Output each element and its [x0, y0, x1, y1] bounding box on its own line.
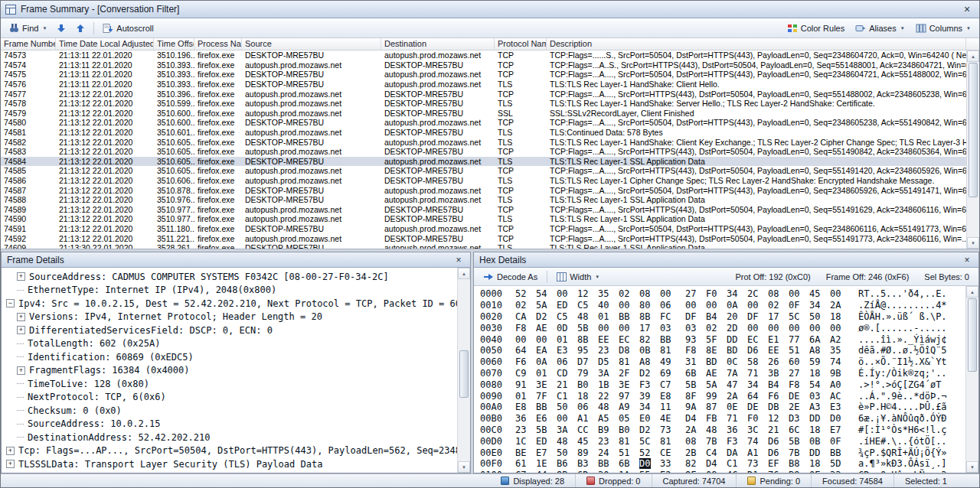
hex-byte[interactable]: 6B — [685, 368, 697, 379]
hex-byte[interactable]: 01 — [536, 368, 547, 379]
hex-byte[interactable]: 97 — [619, 391, 630, 402]
hex-byte[interactable]: 35 — [598, 288, 609, 299]
hex-byte[interactable]: 9B — [830, 368, 841, 379]
hex-byte[interactable]: 64 — [747, 391, 759, 402]
hex-byte[interactable]: 08 — [706, 470, 717, 473]
hex-byte[interactable]: B0 — [619, 425, 630, 435]
hex-byte[interactable]: 6B — [619, 458, 630, 469]
hex-byte[interactable]: 22 — [598, 391, 609, 402]
hex-byte[interactable]: 5D — [830, 458, 841, 469]
hex-byte[interactable]: FC — [660, 311, 671, 322]
scroll-up-icon[interactable]: ▲ — [458, 268, 470, 279]
hex-byte[interactable]: 3C — [747, 425, 759, 435]
hex-byte[interactable]: 99 — [706, 391, 717, 402]
hex-byte[interactable]: 3A — [557, 425, 568, 435]
hex-byte[interactable]: 0E — [809, 470, 821, 473]
hex-byte[interactable]: F8 — [685, 345, 697, 356]
frame-row[interactable]: 7458721:13:12 22.01.20203510.878...firef… — [1, 185, 966, 195]
find-button[interactable]: Find ▼ — [5, 21, 51, 35]
hex-byte[interactable]: 08 — [685, 436, 697, 447]
hex-byte[interactable]: 5A — [706, 379, 717, 390]
hex-byte[interactable]: 06 — [577, 402, 589, 412]
frame-row[interactable]: 7458621:13:12 22.01.20203510.606...firef… — [1, 176, 966, 186]
hex-byte[interactable]: 0D — [557, 323, 568, 333]
hex-byte[interactable]: B3 — [577, 458, 589, 469]
hex-byte[interactable]: A1 — [577, 413, 589, 424]
hex-byte[interactable]: 50 — [557, 402, 568, 412]
frame-row[interactable]: 7457721:13:12 22.01.20203510.396...firef… — [1, 89, 966, 99]
hex-byte[interactable]: DE — [789, 391, 800, 402]
hex-byte[interactable]: 23 — [598, 436, 609, 447]
hex-byte[interactable]: F6 — [768, 391, 779, 402]
collapse-icon[interactable]: − — [6, 299, 15, 307]
column-header-time-date-local-adjusted[interactable]: Time Date Local Adjusted — [56, 38, 154, 50]
hex-byte[interactable]: 74 — [830, 356, 841, 367]
color-rules-button[interactable]: Color Rules — [782, 21, 849, 35]
hex-byte[interactable]: 82 — [685, 458, 697, 469]
hex-byte[interactable]: 00 — [660, 288, 671, 299]
hex-byte[interactable]: EE — [768, 345, 779, 356]
hex-byte[interactable]: 06 — [557, 356, 568, 367]
hex-byte[interactable]: 7A — [727, 368, 738, 379]
hex-byte[interactable]: 3A — [598, 368, 609, 379]
hex-byte[interactable]: C1 — [557, 391, 568, 402]
hex-byte[interactable]: 02 — [768, 300, 779, 311]
hex-byte[interactable]: 0E — [727, 402, 738, 412]
hex-byte[interactable]: 8B — [577, 334, 589, 345]
frame-row[interactable]: 7458121:13:12 22.01.20203510.601...firef… — [1, 128, 966, 138]
hex-byte[interactable]: 61 — [515, 458, 527, 469]
find-previous-button[interactable] — [71, 21, 90, 35]
hex-byte[interactable]: 1B — [598, 379, 609, 390]
hex-byte[interactable]: D6 — [768, 447, 779, 458]
hex-byte[interactable]: 00 — [830, 323, 841, 333]
hex-byte[interactable]: 34 — [727, 288, 738, 299]
hex-byte[interactable]: 48 — [706, 425, 717, 435]
hex-byte[interactable]: DD — [809, 447, 821, 458]
hex-byte[interactable]: 02 — [515, 300, 527, 311]
hex-byte[interactable]: E2 — [660, 470, 671, 473]
hex-byte[interactable]: DF — [685, 311, 697, 322]
expand-icon[interactable]: + — [6, 447, 15, 455]
hex-byte[interactable]: 31 — [685, 356, 697, 367]
column-header-time-offset[interactable]: Time Offset — [154, 38, 194, 50]
hex-byte[interactable]: 49 — [660, 356, 671, 367]
hex-byte[interactable]: 45 — [809, 288, 821, 299]
hex-byte[interactable]: 00 — [768, 323, 779, 333]
hex-byte[interactable]: 00 — [557, 413, 568, 424]
hex-byte[interactable]: 8F — [685, 391, 697, 402]
hex-byte[interactable]: 00 — [747, 300, 759, 311]
hex-byte[interactable]: 0B — [639, 345, 651, 356]
hex-byte[interactable]: 71 — [727, 413, 738, 424]
hex-byte[interactable]: DB — [768, 402, 779, 412]
hex-byte[interactable]: A8 — [809, 345, 821, 356]
hex-byte[interactable]: 73 — [747, 458, 759, 469]
hex-byte[interactable]: 5B — [685, 379, 697, 390]
hex-byte[interactable]: 44 — [536, 470, 547, 473]
hex-byte[interactable]: 6D — [577, 470, 589, 473]
hex-byte[interactable]: BB — [536, 402, 547, 412]
expand-icon[interactable]: + — [17, 313, 25, 321]
tree-node[interactable]: +Versions: IPv4, Internet Protocol; Head… — [5, 311, 457, 324]
hex-byte[interactable]: 00 — [557, 288, 568, 299]
tree-node[interactable]: +FragmentFlags: 16384 (0x4000) — [5, 364, 457, 378]
hex-byte[interactable]: 00 — [789, 288, 800, 299]
hex-byte[interactable]: 77 — [789, 334, 800, 345]
hex-byte[interactable]: D6 — [768, 436, 779, 447]
frame-row[interactable]: 7457621:13:11 22.01.20203510.393...firef… — [1, 80, 966, 89]
frame-row[interactable]: 7458821:13:12 22.01.20203510.976...firef… — [1, 195, 966, 205]
frame-row[interactable]: 7457821:13:12 22.01.20203510.599...firef… — [1, 99, 966, 109]
hex-byte[interactable]: 48 — [557, 436, 568, 447]
hex-byte[interactable]: 55 — [639, 470, 651, 473]
hex-byte[interactable]: EC — [747, 334, 759, 345]
hex-byte[interactable]: 2E — [789, 402, 800, 412]
frame-table-scrollbar[interactable]: ▲ ▼ — [966, 50, 979, 249]
scroll-thumb[interactable] — [969, 63, 978, 197]
hex-byte[interactable]: A1 — [747, 447, 759, 458]
hex-byte[interactable]: 18 — [830, 311, 841, 322]
hex-byte[interactable]: D5 — [598, 356, 609, 367]
hex-byte[interactable]: D8 — [619, 345, 630, 356]
hex-byte[interactable]: 36 — [727, 425, 738, 435]
hex-byte[interactable]: 91 — [515, 379, 527, 390]
hex-byte[interactable]: 81 — [660, 436, 671, 447]
hex-byte[interactable]: 73 — [660, 425, 671, 435]
